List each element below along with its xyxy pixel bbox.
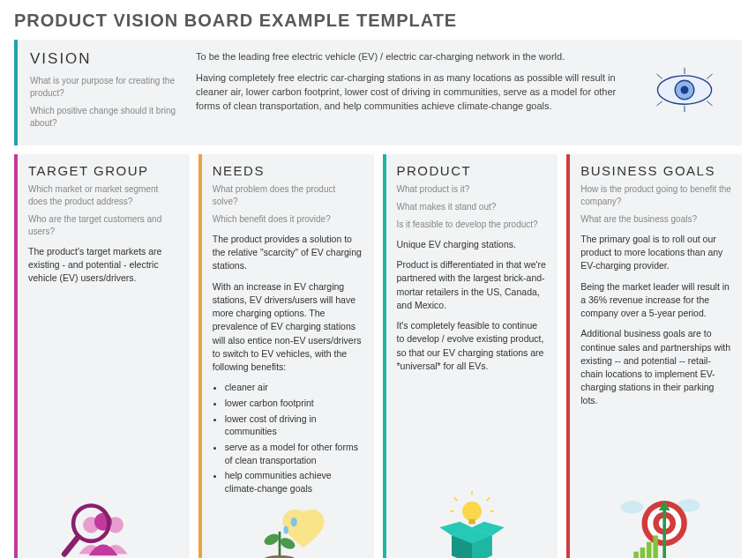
goals-para3: Additional business goals are to continu… — [580, 327, 731, 407]
magnifier-people-icon — [55, 491, 152, 558]
target-group-section: TARGET GROUP Which market or market segm… — [14, 154, 190, 558]
svg-rect-35 — [647, 542, 652, 558]
svg-line-13 — [64, 538, 78, 554]
needs-bullet: help communities achieve climate-change … — [225, 469, 363, 495]
vision-section: VISION What is your purpose for creating… — [14, 40, 742, 145]
svg-line-3 — [707, 74, 712, 78]
svg-rect-34 — [640, 547, 645, 558]
product-para1: Unique EV charging stations. — [397, 238, 548, 251]
svg-line-22 — [454, 497, 458, 501]
needs-prompt1: What problem does the product solve? — [213, 183, 363, 208]
vision-prompt2: Which positive change should it bring ab… — [30, 105, 180, 130]
svg-line-2 — [657, 74, 662, 78]
columns-row: TARGET GROUP Which market or market segm… — [14, 154, 742, 558]
goals-para2: Being the market leader will result in a… — [580, 280, 731, 321]
needs-heading: NEEDS — [213, 163, 363, 178]
needs-bullet: serve as a model for other forms of clea… — [225, 441, 363, 466]
svg-point-26 — [620, 501, 643, 514]
page-title: PRODUCT VISION BOARD EXAMPLE TEMPLATE — [14, 11, 742, 31]
goals-prompt2: What are the business goals? — [580, 213, 731, 226]
needs-bullet: lower carbon footprint — [225, 397, 363, 410]
needs-para2: With an increase in EV charging stations… — [213, 280, 363, 375]
lightbulb-box-icon — [423, 491, 520, 558]
goals-heading: BUSINESS GOALS — [580, 163, 731, 178]
svg-rect-36 — [653, 535, 658, 558]
goals-para1: The primary goal is to roll out our prod… — [580, 233, 731, 273]
svg-line-23 — [486, 497, 490, 501]
vision-para1: To be the leading free electric vehicle … — [196, 50, 632, 64]
svg-line-5 — [707, 101, 712, 106]
plant-heart-icon — [248, 500, 327, 558]
svg-point-15 — [284, 526, 288, 534]
needs-bullet: cleaner air — [225, 381, 363, 394]
target-prompt2: Who are the target customers and users? — [28, 213, 179, 238]
needs-bullet: lower cost of driving in communities — [225, 413, 363, 438]
svg-rect-20 — [468, 519, 475, 525]
needs-para1: The product provides a solution to the r… — [213, 233, 363, 273]
svg-rect-33 — [633, 552, 639, 558]
needs-section: NEEDS What problem does the product solv… — [198, 154, 374, 558]
eye-icon — [645, 66, 724, 119]
business-goals-section: BUSINESS GOALS How is the product going … — [566, 154, 742, 558]
svg-point-16 — [263, 532, 281, 547]
product-prompt3: Is it feasible to develop the product? — [397, 219, 548, 231]
vision-heading: VISION — [30, 50, 180, 68]
svg-point-19 — [462, 502, 482, 521]
product-prompt2: What makes it stand out? — [397, 201, 548, 213]
product-section: PRODUCT What product is it? What makes i… — [383, 154, 558, 558]
vision-prompt1: What is your purpose for creating the pr… — [30, 75, 180, 100]
product-para3: It's completely feasible to continue to … — [397, 319, 548, 373]
needs-prompt2: Which benefit does it provide? — [213, 213, 363, 226]
svg-point-14 — [291, 517, 297, 527]
target-chart-icon — [608, 491, 705, 558]
vision-para2: Having completely free electric car-char… — [196, 71, 632, 114]
target-prompt1: Which market or market segment does the … — [28, 183, 179, 208]
product-para2: Product is differentiated in that we're … — [397, 258, 548, 312]
target-heading: TARGET GROUP — [28, 163, 179, 178]
product-prompt1: What product is it? — [397, 183, 548, 196]
svg-point-8 — [681, 86, 689, 94]
needs-bullets: cleaner air lower carbon footprint lower… — [225, 381, 363, 495]
target-para1: The product's target markets are existin… — [28, 245, 179, 286]
svg-line-4 — [657, 101, 662, 106]
goals-prompt1: How is the product going to benefit the … — [580, 183, 731, 208]
product-heading: PRODUCT — [397, 163, 548, 178]
